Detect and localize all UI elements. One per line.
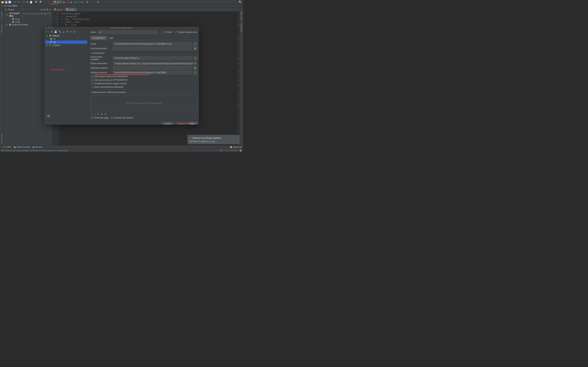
file-s2[interactable]: s2.py xyxy=(3,20,52,23)
tool-database[interactable]: Database xyxy=(241,23,242,32)
defaults-group[interactable]: ▶ 🔧 Defaults xyxy=(45,44,87,47)
search-everywhere-icon[interactable]: 🔍 xyxy=(239,0,242,4)
help-icon[interactable]: ? xyxy=(91,0,94,4)
expand-button[interactable]: ⊞ xyxy=(193,66,197,70)
interp-select[interactable]: Project Default (Python 3.6.1 (/Library/… xyxy=(113,62,197,65)
show-page-check[interactable]: Show this page xyxy=(90,117,109,119)
tool-structure[interactable]: 7: Structure xyxy=(1,25,3,34)
script-input[interactable] xyxy=(113,42,192,46)
cut-icon[interactable]: ✂ xyxy=(22,0,26,4)
help-button[interactable]: ? xyxy=(45,113,87,119)
browse-button[interactable]: … xyxy=(193,42,197,46)
settings-icon[interactable]: ⚙ xyxy=(46,8,48,11)
update-link[interactable]: update xyxy=(209,140,216,143)
tool-dataview[interactable]: Data View xyxy=(241,11,242,20)
cancel-button[interactable]: Cancel xyxy=(161,122,174,125)
add-source-check[interactable]: Add source roots to PYTHONPATH xyxy=(90,79,197,81)
config-s2[interactable]: s2 xyxy=(45,41,87,44)
event-log-tool[interactable]: 🔔 Event Log xyxy=(230,146,242,148)
hide-icon[interactable]: ⇤ xyxy=(49,8,51,11)
save-icon[interactable]: 💾 xyxy=(54,30,57,33)
line-separator[interactable]: LF≐ xyxy=(225,149,229,151)
sort-icon[interactable]: ⇅ xyxy=(74,30,76,33)
find-icon[interactable]: 🔍 xyxy=(35,0,38,4)
single-instance-check[interactable]: Single instance only xyxy=(174,31,197,33)
params-input[interactable] xyxy=(113,47,192,50)
remove-icon[interactable]: − xyxy=(49,30,50,33)
chevron-down-icon[interactable]: ▼ xyxy=(23,9,25,10)
add-icon[interactable]: + xyxy=(46,30,47,33)
forward-icon[interactable]: → xyxy=(47,0,50,4)
envvars-input[interactable] xyxy=(113,57,192,60)
expand-button[interactable]: ⊞ xyxy=(193,47,197,50)
undo-icon[interactable]: ↶ xyxy=(13,0,17,4)
back-icon[interactable]: ← xyxy=(44,0,47,4)
close-icon[interactable]: × xyxy=(62,8,63,10)
emulate-check[interactable]: Emulate terminal in output console xyxy=(90,82,197,85)
share-check[interactable]: Share xyxy=(162,31,172,33)
update-notification[interactable]: ⓘPlatform and Plugin Updates PyCharm is … xyxy=(187,135,240,144)
collapse-icon[interactable]: ⊖ xyxy=(41,8,42,11)
stop-icon[interactable]: ■ xyxy=(80,0,84,4)
file-s1[interactable]: s1.py xyxy=(3,18,52,20)
concurrency-icon[interactable]: ☰ xyxy=(77,0,80,4)
tool-favorites[interactable]: 2: Favorites xyxy=(1,133,3,143)
up-icon[interactable]: ▲ xyxy=(63,30,65,33)
python-console-tool[interactable]: 🐍 Python Console xyxy=(14,146,30,148)
project-panel-title[interactable]: Project xyxy=(8,8,22,11)
down-icon[interactable]: ▼ xyxy=(66,30,69,33)
redo-icon[interactable]: ↷ xyxy=(17,0,20,4)
add-icon[interactable]: + xyxy=(91,113,92,115)
run-icon[interactable]: ▶ xyxy=(63,0,66,4)
remove-icon[interactable]: − xyxy=(94,113,95,115)
encoding[interactable]: UTF-8≐ xyxy=(231,149,237,151)
up-icon[interactable]: ▲ xyxy=(101,113,103,115)
profile-icon[interactable]: ◔ xyxy=(73,0,77,4)
browse-button[interactable]: … xyxy=(193,71,197,74)
window-icon[interactable]: ▣ xyxy=(1,149,3,151)
marker-strip[interactable] xyxy=(237,12,240,145)
wrench-icon[interactable]: 🔧 xyxy=(59,30,61,33)
down-icon[interactable]: ▼ xyxy=(104,113,107,115)
paste-icon[interactable]: 📋 xyxy=(29,0,33,4)
copy-icon[interactable]: ⧉ xyxy=(51,30,53,33)
activate-tw-check[interactable]: Activate tool window xyxy=(110,117,133,119)
showcmd-check[interactable]: Show command line afterwards xyxy=(90,86,197,88)
close-icon[interactable]: × xyxy=(74,8,75,10)
dialog-title-bar[interactable]: Run/Debug Configurations xyxy=(44,27,199,29)
tab-configuration[interactable]: Configuration xyxy=(90,36,107,40)
terminal-tool[interactable]: ▣ Terminal xyxy=(33,146,42,148)
tab-s1[interactable]: s1.py × xyxy=(52,8,65,11)
debug-icon[interactable]: 🐞 xyxy=(66,0,69,4)
folder-icon[interactable]: 🗀 xyxy=(70,30,72,33)
tab-logs[interactable]: Logs xyxy=(107,36,115,40)
before-launch-section[interactable]: ▼Before launch: Activate tool window xyxy=(90,91,197,93)
open-icon[interactable]: 📂 xyxy=(1,0,4,4)
copy-icon[interactable]: ⧉ xyxy=(26,0,29,4)
ssh-icon[interactable]: 🖥 xyxy=(97,0,100,4)
python-group[interactable]: ▼ Python xyxy=(45,34,87,37)
run-config-selector[interactable]: s2 ▼ xyxy=(53,0,62,4)
save-icon[interactable]: 💾 xyxy=(5,0,8,4)
lock-icon[interactable]: 🔒 xyxy=(239,149,242,151)
workdir-input[interactable] xyxy=(113,71,192,74)
replace-icon[interactable]: 🔎 xyxy=(38,0,42,4)
external-libraries[interactable]: ▶ 📚 External Libraries xyxy=(3,23,52,26)
tool-project[interactable]: 1: Project xyxy=(1,11,3,19)
sync-icon[interactable]: 🔄 xyxy=(8,0,11,4)
cursor-position[interactable]: 34:9 xyxy=(219,149,223,151)
env-section[interactable]: ▼Environment xyxy=(90,52,197,54)
config-s1[interactable]: s1 xyxy=(45,37,87,41)
breadcrumb-project[interactable]: s17-day23爬虫 xyxy=(4,5,17,7)
project-root[interactable]: ▼ 🗀 s17-day23爬虫 ~/PycharmProjects/Django… xyxy=(3,12,52,18)
window-controls[interactable] xyxy=(45,27,53,29)
browse-button[interactable]: … xyxy=(193,57,197,60)
coverage-icon[interactable]: ▶ xyxy=(70,0,73,4)
interp-opts-input[interactable] xyxy=(113,66,192,70)
edit-icon[interactable]: ✎ xyxy=(97,113,99,115)
add-content-check[interactable]: Add content roots to PYTHONPATH xyxy=(90,75,197,78)
expand-icon[interactable]: ⊕ xyxy=(43,8,45,11)
name-input[interactable] xyxy=(98,30,157,34)
vcs-icon[interactable]: ⚙ xyxy=(86,0,89,4)
todo-tool[interactable]: ✓ 6: TODO xyxy=(1,146,11,148)
